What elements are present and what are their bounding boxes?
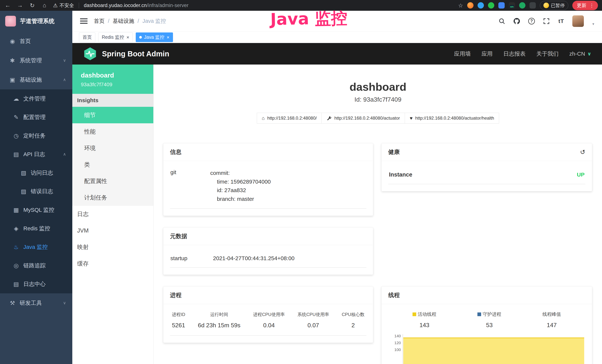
- security-label: 不安全: [60, 2, 74, 9]
- sba-item-jvm[interactable]: JVM: [72, 222, 153, 239]
- tab-label: Redis 监控: [102, 34, 124, 40]
- sidebar-item-config-manager[interactable]: ✎ 配置管理: [0, 108, 72, 127]
- address-bar[interactable]: dashboard.yudao.iocoder.cn/infra/admin-s…: [84, 3, 188, 8]
- sba-nav-about[interactable]: 关于我们: [536, 50, 559, 58]
- sba-nav-wall[interactable]: 应用墙: [454, 50, 471, 58]
- forward-icon[interactable]: →: [16, 2, 24, 9]
- health-status-badge: UP: [577, 171, 585, 178]
- sba-item-classes[interactable]: 类: [72, 156, 153, 173]
- close-icon[interactable]: ×: [127, 35, 129, 40]
- stat-process-cpu: 进程CPU使用率 0.04: [253, 311, 285, 329]
- document-icon: ▤: [12, 151, 20, 158]
- card-title: 信息: [170, 148, 182, 156]
- instance-name: dashboard: [81, 72, 148, 79]
- sba-language-select[interactable]: zh-CN ∨: [569, 51, 591, 57]
- user-avatar[interactable]: [572, 15, 584, 27]
- process-stats-row: 进程ID 5261 运行时间 6d 23h 15m 59s 进程CPU使用率 0…: [170, 309, 366, 336]
- paused-badge[interactable]: 已暂停: [540, 1, 568, 10]
- extension-icon[interactable]: [478, 2, 484, 9]
- caret-down-icon: ▾: [592, 22, 594, 26]
- history-icon[interactable]: ↺: [580, 148, 585, 156]
- sidebar-item-log-center[interactable]: ▤ 日志中心: [0, 275, 72, 293]
- health-instance-row: Instance UP: [388, 166, 585, 184]
- sba-item-logs[interactable]: 日志: [72, 206, 153, 222]
- actuator-url-button[interactable]: http://192.168.0.2:48080/actuator: [322, 113, 405, 124]
- extension-icon[interactable]: [488, 2, 494, 9]
- sidebar-item-dev-tools[interactable]: ⚒ 研发工具 ∨: [0, 293, 72, 313]
- sba-nav-journal[interactable]: 日志报表: [503, 50, 526, 58]
- tab-java-monitor[interactable]: Java 监控 ×: [136, 32, 173, 42]
- reload-icon[interactable]: ↻: [29, 2, 36, 9]
- sidebar-item-scheduled-tasks[interactable]: ◷ 定时任务: [0, 127, 72, 145]
- extension-on-badge: on: [510, 5, 514, 8]
- sidebar-item-file-manager[interactable]: ☁ 文件管理: [0, 89, 72, 108]
- help-icon[interactable]: ?: [528, 17, 535, 25]
- extensions-puzzle-icon[interactable]: [529, 2, 536, 9]
- update-button[interactable]: 更新 ⋮: [572, 1, 598, 10]
- browser-menu-icon[interactable]: ⋮: [589, 3, 594, 8]
- sba-item-scheduled-tasks[interactable]: 计划任务: [72, 189, 153, 206]
- sidebar-item-error-log[interactable]: ▨ 错误日志: [0, 182, 72, 201]
- sidebar-item-access-log[interactable]: ▧ 访问日志: [0, 163, 72, 182]
- font-size-icon[interactable]: tT: [558, 17, 565, 25]
- sidebar-item-home[interactable]: ◉ 首页: [0, 32, 72, 51]
- sidebar-item-label: API 日志: [23, 150, 45, 158]
- stat-uptime: 运行时间 6d 23h 15m 59s: [198, 311, 240, 329]
- sba-item-metrics[interactable]: 性能: [72, 123, 153, 140]
- sidebar-item-label: Redis 监控: [23, 225, 50, 232]
- sba-item-config-props[interactable]: 配置属性: [72, 173, 153, 189]
- extension-icon[interactable]: [519, 2, 526, 9]
- sidebar-item-java-monitor[interactable]: ♨ Java 监控: [0, 238, 72, 256]
- legend-daemon-threads: 守护进程 53: [477, 311, 501, 329]
- heart-icon: ♥: [410, 115, 412, 121]
- security-warning[interactable]: ⚠ 不安全: [53, 2, 74, 9]
- search-icon[interactable]: [498, 17, 505, 25]
- tab-redis-monitor[interactable]: Redis 监控 ×: [98, 32, 133, 42]
- health-url-button[interactable]: ♥ http://192.168.0.2:48080/actuator/heal…: [405, 113, 499, 124]
- collapse-sidebar-icon[interactable]: [80, 18, 87, 24]
- sidebar-item-system[interactable]: ✱ 系统管理 ∨: [0, 51, 72, 70]
- github-icon[interactable]: [513, 17, 520, 25]
- header-actions: ? tT ▾: [498, 15, 594, 27]
- sba-item-environment[interactable]: 环境: [72, 140, 153, 156]
- health-card-header: 健康 ↺: [382, 143, 592, 161]
- extension-icon[interactable]: [498, 2, 505, 9]
- fullscreen-icon[interactable]: [543, 17, 550, 25]
- bookmark-star-icon[interactable]: ☆: [458, 2, 463, 9]
- breadcrumb-infrastructure[interactable]: 基础设施: [113, 17, 134, 25]
- edit-icon: ✎: [12, 114, 20, 121]
- sba-nav-applications[interactable]: 应用: [482, 50, 493, 58]
- sidebar-item-redis-monitor[interactable]: ◈ Redis 监控: [0, 219, 72, 238]
- chevron-up-icon: ∧: [63, 77, 66, 82]
- card-title: 线程: [388, 291, 400, 299]
- sba-nav: 应用墙 应用 日志报表 关于我们 zh-CN ∨: [454, 50, 591, 58]
- breadcrumb-home[interactable]: 首页: [94, 17, 105, 25]
- sba-instance-block[interactable]: dashboard 93a3fc7f7409: [72, 64, 153, 94]
- sba-item-mappings[interactable]: 映射: [72, 239, 153, 255]
- tab-home[interactable]: 首页: [79, 32, 95, 42]
- sidebar-item-label: 配置管理: [23, 114, 46, 121]
- sba-language-label: zh-CN: [569, 51, 585, 57]
- instance-url-button[interactable]: ⌂ http://192.168.0.2:48080/: [257, 113, 322, 124]
- sidebar-item-infrastructure[interactable]: ▣ 基础设施 ∧: [0, 70, 72, 89]
- chevron-down-icon: ∨: [63, 58, 66, 63]
- extension-icon[interactable]: on: [509, 2, 515, 9]
- paused-label: 已暂停: [551, 2, 565, 9]
- sba-item-caches[interactable]: 缓存: [72, 255, 153, 272]
- extension-icon[interactable]: [467, 2, 473, 9]
- access-log-icon: ▧: [19, 170, 28, 176]
- close-icon[interactable]: ×: [167, 35, 170, 40]
- chevron-down-icon: ∨: [587, 51, 591, 57]
- sidebar-item-api-log[interactable]: ▤ API 日志 ∧: [0, 145, 72, 163]
- sidebar-item-trace[interactable]: ◎ 链路追踪: [0, 256, 72, 275]
- sidebar-item-label: 定时任务: [23, 132, 46, 140]
- sba-item-details[interactable]: 细节: [72, 107, 153, 123]
- update-label: 更新: [577, 2, 586, 9]
- sidebar-item-mysql-monitor[interactable]: ▦ MySQL 监控: [0, 201, 72, 219]
- smiley-icon: [543, 3, 549, 8]
- back-icon[interactable]: ←: [4, 2, 11, 9]
- tab-label: 首页: [83, 34, 92, 40]
- toolbox-icon: ⚒: [8, 300, 17, 307]
- browser-home-icon[interactable]: ⌂: [41, 2, 48, 9]
- instance-id: 93a3fc7f7409: [81, 82, 148, 87]
